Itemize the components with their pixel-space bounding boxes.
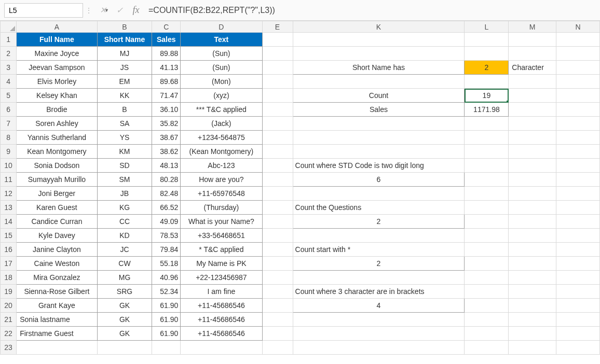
- row-header-3[interactable]: 3: [1, 61, 17, 75]
- cell-M3[interactable]: Character: [509, 61, 556, 75]
- col-header-E[interactable]: E: [262, 21, 293, 33]
- cell-E7[interactable]: [262, 117, 293, 131]
- cell-A14[interactable]: Candice Curran: [17, 215, 97, 229]
- cell-C13[interactable]: 66.52: [152, 201, 181, 215]
- cell-C21[interactable]: 61.90: [152, 313, 181, 327]
- cell-N4[interactable]: [556, 75, 599, 89]
- cell-L14[interactable]: [465, 215, 509, 229]
- cell-M6[interactable]: [509, 103, 556, 117]
- cell-D17[interactable]: My Name is PK: [181, 257, 262, 271]
- row-header-11[interactable]: 11: [1, 173, 17, 187]
- cell-A6[interactable]: Brodie: [17, 103, 97, 117]
- col-header-D[interactable]: D: [181, 21, 262, 33]
- col-header-C[interactable]: C: [152, 21, 181, 33]
- cell-N22[interactable]: [556, 327, 599, 341]
- cell-M7[interactable]: [509, 117, 556, 131]
- cell-B22[interactable]: GK: [97, 327, 152, 341]
- cell-K16[interactable]: Count start with *: [293, 243, 465, 257]
- cell-K2[interactable]: [293, 47, 465, 61]
- cell-L9[interactable]: [465, 145, 509, 159]
- enter-button[interactable]: ✓: [111, 3, 128, 18]
- cell-D19[interactable]: I am fine: [181, 285, 262, 299]
- cell-C7[interactable]: 35.82: [152, 117, 181, 131]
- cell-A4[interactable]: Elvis Morley: [17, 75, 97, 89]
- cell-A9[interactable]: Kean Montgomery: [17, 145, 97, 159]
- cell-A22[interactable]: Firstname Guest: [17, 327, 97, 341]
- cell-B10[interactable]: SD: [97, 159, 152, 173]
- cell-B14[interactable]: CC: [97, 215, 152, 229]
- cell-K22[interactable]: [293, 327, 465, 341]
- row-header-15[interactable]: 15: [1, 229, 17, 243]
- hdr-text[interactable]: Text: [181, 33, 262, 47]
- cell-M21[interactable]: [509, 313, 556, 327]
- cell-E5[interactable]: [262, 89, 293, 103]
- cell-A5[interactable]: Kelsey Khan: [17, 89, 97, 103]
- cell-N6[interactable]: [556, 103, 599, 117]
- cell-C2[interactable]: 89.88: [152, 47, 181, 61]
- row-header-20[interactable]: 20: [1, 299, 17, 313]
- cell-D16[interactable]: * T&C applied: [181, 243, 262, 257]
- cell-N19[interactable]: [556, 285, 599, 299]
- cell-M13[interactable]: [509, 201, 556, 215]
- cell-N12[interactable]: [556, 187, 599, 201]
- cell-E4[interactable]: [262, 75, 293, 89]
- cell-D5[interactable]: (xyz): [181, 89, 262, 103]
- cell-N7[interactable]: [556, 117, 599, 131]
- row-header-4[interactable]: 4: [1, 75, 17, 89]
- cell-K17[interactable]: 2: [293, 257, 465, 271]
- cell-E14[interactable]: [262, 215, 293, 229]
- cell-D3[interactable]: (Sun): [181, 61, 262, 75]
- cell-K20[interactable]: 4: [293, 299, 465, 313]
- cell-N9[interactable]: [556, 145, 599, 159]
- cell-M14[interactable]: [509, 215, 556, 229]
- row-header-5[interactable]: 5: [1, 89, 17, 103]
- cell-C16[interactable]: 79.84: [152, 243, 181, 257]
- cell-D13[interactable]: (Thursday): [181, 201, 262, 215]
- col-header-A[interactable]: A: [17, 21, 97, 33]
- cell-M16[interactable]: [509, 243, 556, 257]
- cell-E9[interactable]: [262, 145, 293, 159]
- select-all-corner[interactable]: [1, 21, 17, 33]
- cell-D23[interactable]: [181, 341, 262, 355]
- cell-L1[interactable]: [465, 33, 509, 47]
- cell-D6[interactable]: *** T&C applied: [181, 103, 262, 117]
- cell-L7[interactable]: [465, 117, 509, 131]
- cell-B3[interactable]: JS: [97, 61, 152, 75]
- cell-D14[interactable]: What is your Name?: [181, 215, 262, 229]
- cell-D18[interactable]: +22-123456987: [181, 271, 262, 285]
- cell-E21[interactable]: [262, 313, 293, 327]
- cell-A23[interactable]: [17, 341, 97, 355]
- cell-L13[interactable]: [465, 201, 509, 215]
- cell-K14[interactable]: 2: [293, 215, 465, 229]
- cell-M15[interactable]: [509, 229, 556, 243]
- cell-N17[interactable]: [556, 257, 599, 271]
- col-header-L[interactable]: L: [465, 21, 509, 33]
- cell-N1[interactable]: [556, 33, 599, 47]
- name-box[interactable]: ▼: [4, 3, 83, 18]
- cell-K3[interactable]: Short Name has: [293, 61, 465, 75]
- cell-D22[interactable]: +11-45686546: [181, 327, 262, 341]
- cell-L12[interactable]: [465, 187, 509, 201]
- formula-input[interactable]: [146, 3, 596, 18]
- cell-L2[interactable]: [465, 47, 509, 61]
- col-header-M[interactable]: M: [509, 21, 556, 33]
- cell-E12[interactable]: [262, 187, 293, 201]
- cell-N20[interactable]: [556, 299, 599, 313]
- cell-K10[interactable]: Count where STD Code is two digit long: [293, 159, 465, 173]
- cell-M23[interactable]: [509, 341, 556, 355]
- cell-L10[interactable]: [465, 159, 509, 173]
- cell-L5[interactable]: 19: [465, 89, 509, 103]
- cell-N21[interactable]: [556, 313, 599, 327]
- cell-M12[interactable]: [509, 187, 556, 201]
- cell-A2[interactable]: Maxine Joyce: [17, 47, 97, 61]
- row-header-12[interactable]: 12: [1, 187, 17, 201]
- cell-L20[interactable]: [465, 299, 509, 313]
- cell-B15[interactable]: KD: [97, 229, 152, 243]
- worksheet-grid[interactable]: A B C D E K L M N 1Full NameShort NameSa…: [0, 21, 600, 364]
- cell-M9[interactable]: [509, 145, 556, 159]
- cell-B19[interactable]: SRG: [97, 285, 152, 299]
- cell-A3[interactable]: Jeevan Sampson: [17, 61, 97, 75]
- cell-E1[interactable]: [262, 33, 293, 47]
- cell-C18[interactable]: 40.96: [152, 271, 181, 285]
- row-header-17[interactable]: 17: [1, 257, 17, 271]
